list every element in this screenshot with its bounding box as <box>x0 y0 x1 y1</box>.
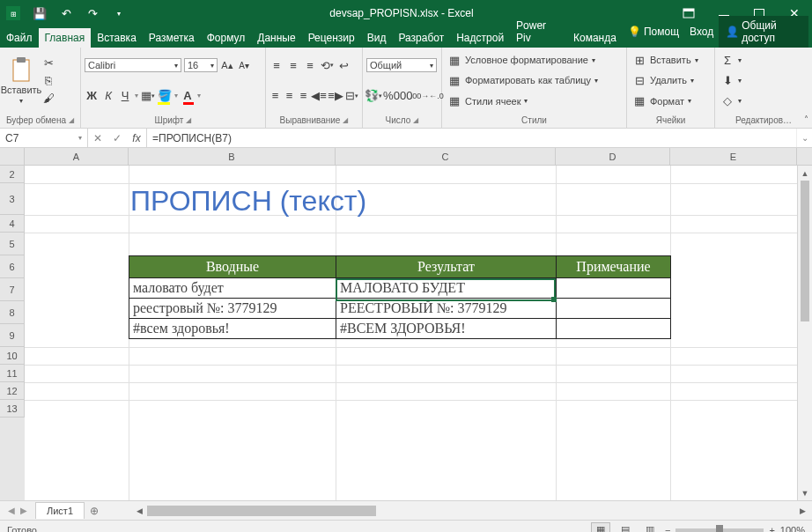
font-launcher-icon[interactable]: ◢ <box>186 116 191 124</box>
row-header[interactable]: 9 <box>0 324 25 347</box>
table-header-note[interactable]: Примечание <box>557 256 671 278</box>
add-sheet-button[interactable]: ⊕ <box>85 505 104 517</box>
vscroll-thumb[interactable] <box>801 181 809 321</box>
row-header[interactable]: 11 <box>0 365 25 382</box>
col-header-c[interactable]: C <box>336 148 556 165</box>
increase-indent-icon[interactable]: ≡▶ <box>328 89 343 103</box>
col-header-e[interactable]: E <box>670 148 797 165</box>
page-break-view-icon[interactable]: ▥ <box>640 522 660 533</box>
clear-button[interactable]: ◇▾ <box>719 93 808 109</box>
formula-input[interactable]: =ПРОПИСН(B7) <box>147 129 796 147</box>
bold-button[interactable]: Ж <box>85 89 99 103</box>
align-left-icon[interactable]: ≡ <box>269 89 281 103</box>
merge-icon[interactable]: ⊟▾ <box>345 89 358 103</box>
table-header-result[interactable]: Результат <box>336 256 557 278</box>
enter-formula-icon[interactable]: ✓ <box>107 132 127 144</box>
align-right-icon[interactable]: ≡ <box>298 89 309 103</box>
sign-in[interactable]: Вход <box>684 22 719 41</box>
redo-icon[interactable]: ↷ <box>79 0 106 26</box>
row-header[interactable]: 12 <box>0 382 25 400</box>
cancel-formula-icon[interactable]: ✕ <box>88 132 107 144</box>
undo-icon[interactable]: ↶ <box>53 0 79 26</box>
row-header[interactable]: 10 <box>0 347 25 365</box>
orientation-icon[interactable]: ⟲▾ <box>320 58 334 72</box>
alignment-launcher-icon[interactable]: ◢ <box>343 116 348 124</box>
font-size-select[interactable]: 16▾ <box>184 58 218 72</box>
scroll-left-icon[interactable]: ◀ <box>132 506 147 515</box>
scroll-right-icon[interactable]: ▶ <box>795 506 810 515</box>
next-sheet-icon[interactable]: ▶ <box>20 506 27 515</box>
cell-d7[interactable] <box>557 278 671 299</box>
tell-me[interactable]: 💡Помощ <box>623 22 684 41</box>
increase-font-icon[interactable]: A▴ <box>220 58 234 72</box>
tab-file[interactable]: Файл <box>0 28 39 48</box>
expand-formula-bar-icon[interactable]: ⌄ <box>796 129 812 147</box>
col-header-b[interactable]: B <box>129 148 336 165</box>
paste-button[interactable]: Вставить ▾ <box>4 56 39 105</box>
font-color-icon[interactable]: A <box>181 89 195 103</box>
delete-cells-button[interactable]: ⊟Удалить▾ <box>631 72 711 88</box>
col-header-d[interactable]: D <box>556 148 670 165</box>
cell-b9[interactable]: #всем здоровья! <box>129 319 336 339</box>
save-icon[interactable]: 💾 <box>26 0 53 26</box>
cell-b8[interactable]: реестровый №: 3779129 <box>129 299 336 319</box>
row-header[interactable]: 3 <box>0 183 25 215</box>
format-as-table-button[interactable]: ▦Форматировать как таблицу▾ <box>446 72 623 88</box>
comma-icon[interactable]: 000 <box>396 89 410 103</box>
decrease-indent-icon[interactable]: ◀≡ <box>312 89 326 103</box>
page-layout-view-icon[interactable]: ▤ <box>616 522 635 533</box>
tab-home[interactable]: Главная <box>39 28 92 48</box>
format-cells-button[interactable]: ▦Формат▾ <box>631 93 711 109</box>
tab-layout[interactable]: Разметка <box>143 28 201 48</box>
percent-icon[interactable]: % <box>383 89 394 103</box>
col-header-a[interactable]: A <box>25 148 129 165</box>
name-box[interactable]: C7▾ <box>0 129 88 147</box>
row-header[interactable]: 5 <box>0 233 25 255</box>
align-bottom-icon[interactable]: ≡ <box>303 58 317 72</box>
fill-button[interactable]: ⬇▾ <box>719 72 808 88</box>
tab-view[interactable]: Вид <box>361 28 393 48</box>
tab-review[interactable]: Рецензир <box>302 28 361 48</box>
number-launcher-icon[interactable]: ◢ <box>413 116 418 124</box>
cell-c9[interactable]: #ВСЕМ ЗДОРОВЬЯ! <box>336 319 557 339</box>
prev-sheet-icon[interactable]: ◀ <box>8 506 15 515</box>
tab-team[interactable]: Команда <box>567 28 623 48</box>
row-header[interactable]: 6 <box>0 255 25 278</box>
fx-icon[interactable]: fx <box>127 132 146 144</box>
vertical-scrollbar[interactable]: ▲ ▼ <box>797 166 812 500</box>
row-header[interactable]: 2 <box>0 166 25 183</box>
horizontal-scrollbar[interactable]: ◀ ▶ <box>130 506 812 516</box>
row-header[interactable]: 7 <box>0 278 25 301</box>
fill-color-icon[interactable]: 🪣 <box>158 89 172 103</box>
cell-d9[interactable] <box>557 319 671 339</box>
currency-icon[interactable]: 💱▾ <box>366 89 380 103</box>
tab-powerpivot[interactable]: Power Piv <box>510 16 567 48</box>
borders-icon[interactable]: ▦▾ <box>141 89 155 103</box>
cut-icon[interactable]: ✂ <box>41 56 55 70</box>
cell-grid[interactable]: ПРОПИСН (текст) Вводные Результат Примеч… <box>25 166 797 500</box>
number-format-select[interactable]: Общий▾ <box>366 58 437 72</box>
format-painter-icon[interactable]: 🖌 <box>41 92 55 106</box>
row-header[interactable]: 13 <box>0 400 25 417</box>
hscroll-thumb[interactable] <box>147 506 376 516</box>
sheet-tab[interactable]: Лист1 <box>35 502 85 519</box>
copy-icon[interactable]: ⎘ <box>41 74 55 88</box>
share-button[interactable]: 👤Общий доступ <box>719 16 808 48</box>
tab-insert[interactable]: Вставка <box>91 28 143 48</box>
fill-handle[interactable] <box>551 297 557 302</box>
tab-addins[interactable]: Надстрой <box>450 28 510 48</box>
qa-dropdown-icon[interactable]: ▾ <box>106 0 132 26</box>
select-all-button[interactable] <box>0 148 25 165</box>
row-header[interactable]: 4 <box>0 215 25 233</box>
clipboard-launcher-icon[interactable]: ◢ <box>69 116 74 124</box>
tab-formulas[interactable]: Формул <box>201 28 252 48</box>
font-name-select[interactable]: Calibri▾ <box>85 58 181 72</box>
insert-cells-button[interactable]: ⊞Вставить▾ <box>631 52 711 68</box>
zoom-level[interactable]: 100% <box>780 525 805 533</box>
cell-d8[interactable] <box>557 299 671 319</box>
zoom-in-icon[interactable]: + <box>769 525 774 533</box>
zoom-slider[interactable] <box>675 528 764 532</box>
row-header[interactable]: 8 <box>0 301 25 324</box>
normal-view-icon[interactable]: ▦ <box>591 522 610 533</box>
zoom-out-icon[interactable]: − <box>665 525 670 533</box>
